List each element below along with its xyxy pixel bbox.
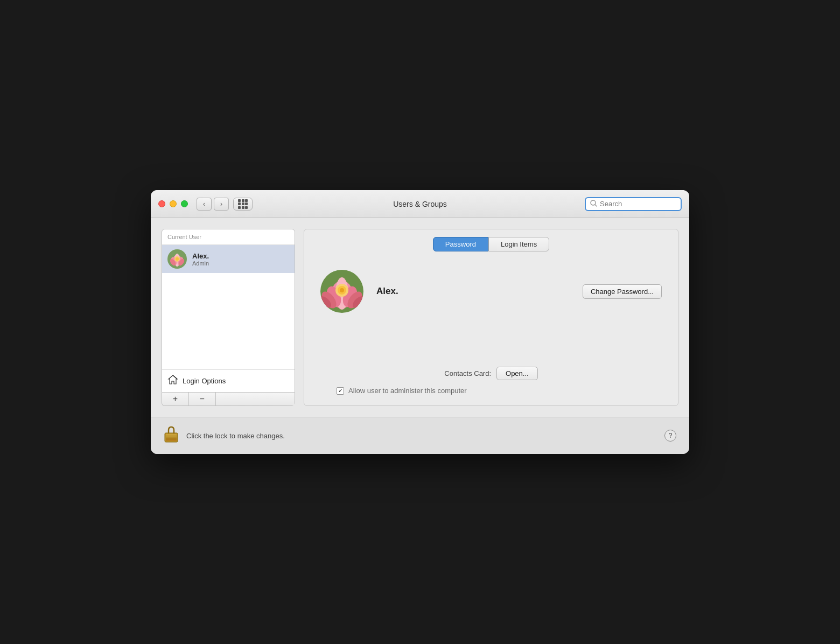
nav-buttons: ‹ ›: [197, 198, 229, 211]
admin-checkbox[interactable]: ✓: [337, 387, 344, 395]
profile-name: Alex.: [376, 286, 570, 297]
bottom-bar: Click the lock to make changes. ?: [151, 417, 689, 454]
svg-point-11: [176, 257, 179, 261]
contacts-card-label: Contacts Card:: [444, 369, 491, 377]
forward-button[interactable]: ›: [214, 198, 229, 211]
open-contacts-button[interactable]: Open...: [496, 367, 538, 380]
grid-view-button[interactable]: [233, 198, 253, 211]
login-options-label: Login Options: [183, 377, 226, 385]
window-title: Users & Groups: [393, 200, 447, 208]
sidebar-header: Current User: [162, 229, 295, 245]
tabs: Password Login Items: [304, 229, 678, 259]
admin-row: ✓ Allow user to administer this computer: [320, 387, 662, 395]
svg-line-1: [595, 204, 597, 206]
profile-avatar: [320, 270, 363, 313]
forward-icon: ›: [220, 200, 222, 208]
sidebar-panel: Current User: [162, 229, 295, 393]
search-input[interactable]: [600, 200, 676, 208]
help-button[interactable]: ?: [664, 430, 676, 442]
svg-point-25: [340, 288, 344, 292]
main-content: Current User: [151, 218, 689, 417]
add-icon: +: [173, 394, 178, 404]
action-spacer: [216, 393, 295, 405]
back-icon: ‹: [203, 200, 205, 208]
profile-header: Alex. Change Password...: [320, 270, 662, 313]
maximize-button[interactable]: [181, 200, 188, 207]
login-options-row[interactable]: Login Options: [162, 369, 295, 392]
titlebar: ‹ › Users & Groups: [151, 190, 689, 218]
svg-rect-29: [166, 438, 177, 441]
remove-icon: −: [200, 394, 205, 404]
profile-body: Contacts Card: Open... ✓ Allow user to a…: [320, 324, 662, 395]
remove-user-button[interactable]: −: [189, 393, 216, 405]
main-panel: Password Login Items: [304, 229, 678, 406]
back-button[interactable]: ‹: [197, 198, 212, 211]
profile-area: Alex. Change Password... Contacts Card: …: [304, 259, 678, 405]
house-icon: [167, 374, 178, 388]
tab-login-items[interactable]: Login Items: [488, 237, 549, 251]
lock-text: Click the lock to make changes.: [186, 432, 285, 440]
add-user-button[interactable]: +: [162, 393, 189, 405]
sidebar-role: Admin: [192, 260, 209, 267]
users-groups-window: ‹ › Users & Groups: [151, 190, 689, 454]
close-button[interactable]: [158, 200, 165, 207]
sidebar-actions: + −: [162, 393, 295, 406]
sidebar-spacer: [162, 273, 295, 369]
svg-marker-12: [169, 375, 177, 384]
minimize-button[interactable]: [170, 200, 177, 207]
traffic-lights: [158, 200, 188, 207]
change-password-button[interactable]: Change Password...: [583, 284, 662, 299]
search-icon: [590, 200, 597, 208]
sidebar: Current User: [162, 229, 295, 406]
sidebar-user-info: Alex. Admin: [192, 252, 209, 267]
svg-rect-28: [166, 437, 177, 438]
grid-icon: [238, 199, 248, 209]
sidebar-user-item[interactable]: Alex. Admin: [162, 245, 295, 273]
admin-label: Allow user to administer this computer: [348, 387, 467, 395]
contacts-row: Contacts Card: Open...: [320, 367, 662, 380]
lock-icon[interactable]: [164, 425, 179, 446]
sidebar-username: Alex.: [192, 252, 209, 260]
search-box[interactable]: [585, 197, 682, 211]
tab-password[interactable]: Password: [433, 237, 488, 251]
sidebar-avatar: [167, 249, 187, 269]
